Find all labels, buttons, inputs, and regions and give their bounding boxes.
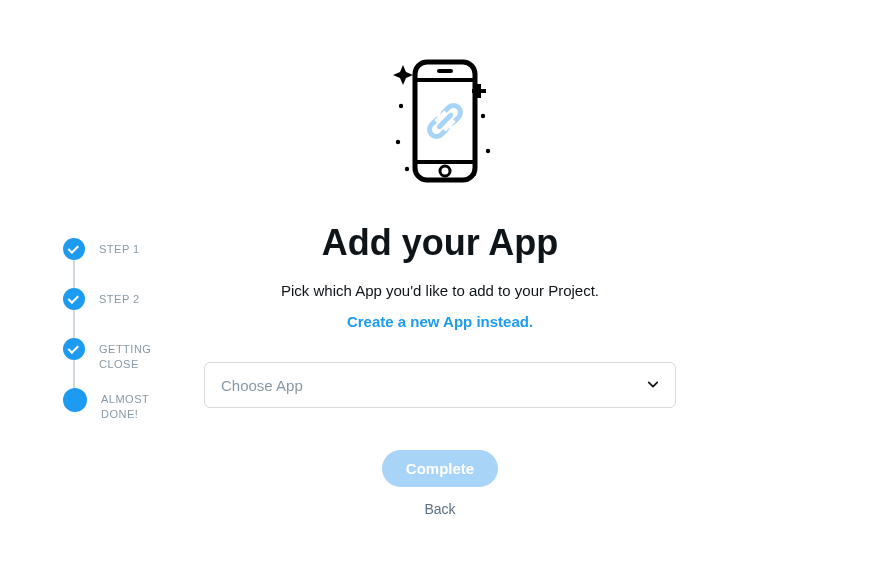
step-circle-done xyxy=(63,238,85,260)
main-content: Add your App Pick which App you'd like t… xyxy=(204,44,676,517)
step-label: ALMOST DONE! xyxy=(101,388,181,423)
svg-rect-11 xyxy=(437,69,453,73)
step-connector xyxy=(73,260,75,288)
chevron-down-icon xyxy=(647,379,659,391)
svg-point-5 xyxy=(481,114,485,118)
complete-button[interactable]: Complete xyxy=(382,450,498,487)
step-circle-done xyxy=(63,338,85,360)
progress-stepper: STEP 1 STEP 2 GETTING CLOSE ALMOST DONE! xyxy=(63,238,203,423)
create-new-app-link[interactable]: Create a new App instead. xyxy=(347,313,533,330)
check-icon xyxy=(68,343,79,354)
step-item-2: STEP 2 xyxy=(63,288,203,338)
select-placeholder: Choose App xyxy=(221,377,303,394)
step-label: STEP 1 xyxy=(99,238,140,257)
page-title: Add your App xyxy=(204,222,676,264)
back-button[interactable]: Back xyxy=(424,501,455,517)
step-item-1: STEP 1 xyxy=(63,238,203,288)
choose-app-select[interactable]: Choose App xyxy=(204,362,676,408)
svg-point-6 xyxy=(486,149,490,153)
step-connector xyxy=(73,310,75,338)
step-circle-current xyxy=(63,388,87,412)
step-label: GETTING CLOSE xyxy=(99,338,179,373)
step-circle-done xyxy=(63,288,85,310)
svg-point-3 xyxy=(396,140,400,144)
svg-point-12 xyxy=(440,166,450,176)
phone-link-icon xyxy=(365,44,515,194)
step-label: STEP 2 xyxy=(99,288,140,307)
page-subtitle: Pick which App you'd like to add to your… xyxy=(204,282,676,299)
step-item-3: GETTING CLOSE xyxy=(63,338,203,388)
svg-point-2 xyxy=(399,104,403,108)
step-item-4: ALMOST DONE! xyxy=(63,388,203,423)
step-connector xyxy=(73,360,75,388)
phone-link-illustration xyxy=(204,44,676,194)
check-icon xyxy=(68,243,79,254)
check-icon xyxy=(68,293,79,304)
svg-point-4 xyxy=(405,167,409,171)
